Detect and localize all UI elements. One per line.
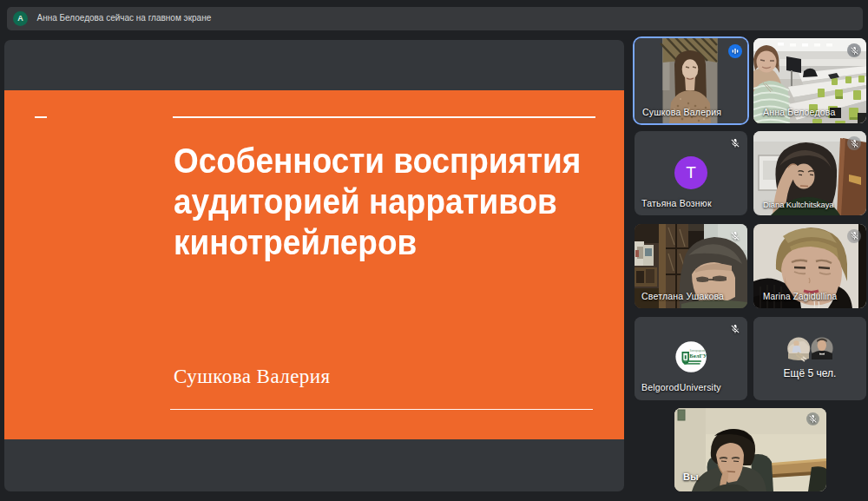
svg-text:БелГУ: БелГУ [689,353,707,359]
svg-text:Белгородский: Белгородский [690,348,707,352]
